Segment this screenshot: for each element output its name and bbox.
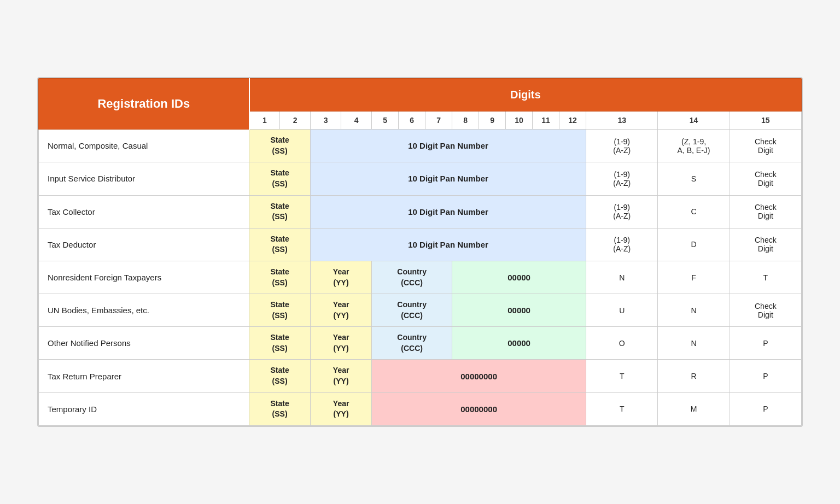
digit-14: 14 xyxy=(658,112,730,130)
zeros-cell: 00000 xyxy=(452,327,586,360)
col14-cell: R xyxy=(658,360,730,392)
digit-13: 13 xyxy=(586,112,658,130)
digit-12: 12 xyxy=(559,112,586,130)
digit-6: 6 xyxy=(399,112,425,130)
col15-cell: Check Digit xyxy=(730,294,801,327)
col14-cell: N xyxy=(658,327,730,360)
digit-8: 8 xyxy=(452,112,479,130)
registration-table: Registration IDs Digits 1 2 3 4 5 6 7 8 … xyxy=(37,77,803,427)
col14-cell: M xyxy=(658,392,730,425)
zeros8-cell: 00000000 xyxy=(372,392,586,425)
col15-cell: P xyxy=(730,392,801,425)
zeros8-cell: 00000000 xyxy=(372,360,586,392)
col14-cell: D xyxy=(658,228,730,261)
col13-cell: (1-9) (A-Z) xyxy=(586,162,658,195)
col15-cell: Check Digit xyxy=(730,228,801,261)
digit-11: 11 xyxy=(533,112,559,130)
digit-5: 5 xyxy=(372,112,399,130)
digit-9: 9 xyxy=(479,112,506,130)
row-label: Input Service Distributor xyxy=(39,162,249,195)
col13-cell: O xyxy=(586,327,658,360)
digits-header: Digits xyxy=(249,79,802,112)
pan-number-cell: 10 Digit Pan Number xyxy=(311,130,586,162)
col13-cell: N xyxy=(586,261,658,294)
row-label: Tax Collector xyxy=(39,195,249,228)
digit-2: 2 xyxy=(280,112,311,130)
col13-cell: (1-9) (A-Z) xyxy=(586,195,658,228)
digit-10: 10 xyxy=(506,112,533,130)
row-label: Tax Deductor xyxy=(39,228,249,261)
state-ss-cell: State (SS) xyxy=(249,261,311,294)
state-ss-cell: State (SS) xyxy=(249,228,311,261)
state-ss-cell: State (SS) xyxy=(249,162,311,195)
col14-cell: S xyxy=(658,162,730,195)
state-ss-cell: State (SS) xyxy=(249,130,311,162)
col15-cell: P xyxy=(730,327,801,360)
state-ss-cell: State (SS) xyxy=(249,327,311,360)
row-label: Nonresident Foreign Taxpayers xyxy=(39,261,249,294)
row-label: Normal, Composite, Casual xyxy=(39,130,249,162)
col13-cell: T xyxy=(586,392,658,425)
zeros-cell: 00000 xyxy=(452,261,586,294)
state-ss-cell: State (SS) xyxy=(249,392,311,425)
digit-15: 15 xyxy=(730,112,801,130)
state-ss-cell: State (SS) xyxy=(249,294,311,327)
pan-number-cell: 10 Digit Pan Number xyxy=(311,228,586,261)
col14-cell: C xyxy=(658,195,730,228)
pan-number-cell: 10 Digit Pan Number xyxy=(311,162,586,195)
digit-1: 1 xyxy=(249,112,280,130)
country-ccc-cell: Country (CCC) xyxy=(372,327,452,360)
zeros-cell: 00000 xyxy=(452,294,586,327)
col15-cell: P xyxy=(730,360,801,392)
col15-cell: T xyxy=(730,261,801,294)
col15-cell: Check Digit xyxy=(730,162,801,195)
col15-cell: Check Digit xyxy=(730,130,801,162)
year-yy-cell: Year (YY) xyxy=(311,392,372,425)
country-ccc-cell: Country (CCC) xyxy=(372,294,452,327)
digit-7: 7 xyxy=(425,112,452,130)
col13-cell: (1-9) (A-Z) xyxy=(586,130,658,162)
col13-cell: U xyxy=(586,294,658,327)
col13-cell: T xyxy=(586,360,658,392)
country-ccc-cell: Country (CCC) xyxy=(372,261,452,294)
row-label: UN Bodies, Embassies, etc. xyxy=(39,294,249,327)
year-yy-cell: Year (YY) xyxy=(311,294,372,327)
registration-ids-header: Registration IDs xyxy=(39,79,249,130)
col14-cell: F xyxy=(658,261,730,294)
row-label: Tax Return Preparer xyxy=(39,360,249,392)
col13-cell: (1-9) (A-Z) xyxy=(586,228,658,261)
year-yy-cell: Year (YY) xyxy=(311,360,372,392)
year-yy-cell: Year (YY) xyxy=(311,327,372,360)
digit-3: 3 xyxy=(311,112,341,130)
row-label: Other Notified Persons xyxy=(39,327,249,360)
col15-cell: Check Digit xyxy=(730,195,801,228)
state-ss-cell: State (SS) xyxy=(249,195,311,228)
pan-number-cell: 10 Digit Pan Number xyxy=(311,195,586,228)
col14-cell: N xyxy=(658,294,730,327)
row-label: Temporary ID xyxy=(39,392,249,425)
col14-cell: (Z, 1-9, A, B, E-J) xyxy=(658,130,730,162)
year-yy-cell: Year (YY) xyxy=(311,261,372,294)
digit-4: 4 xyxy=(341,112,372,130)
state-ss-cell: State (SS) xyxy=(249,360,311,392)
